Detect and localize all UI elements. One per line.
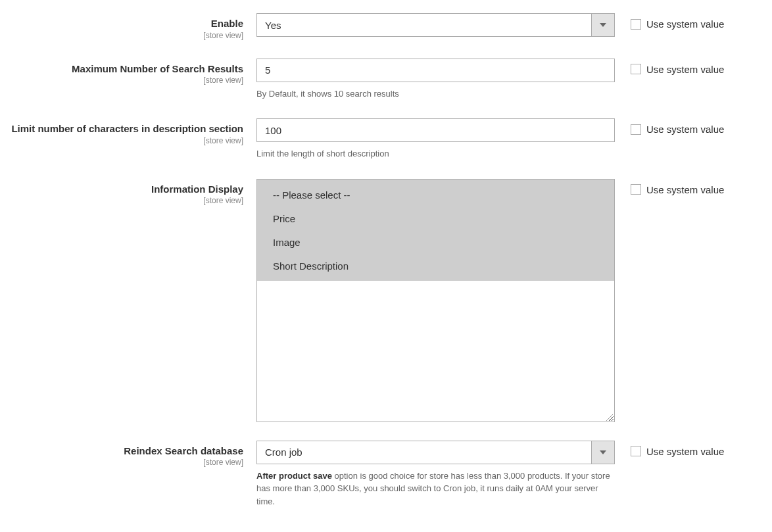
multiselect-option[interactable]: Short Description [257, 254, 614, 278]
reindex-label: Reindex Search database [124, 445, 243, 456]
settings-form: Enable [store view] Yes Use system value… [7, 13, 763, 508]
reindex-select-wrap: Cron job [256, 441, 615, 464]
row-reindex: Reindex Search database [store view] Cro… [7, 441, 763, 508]
use-system-label: Use system value [646, 18, 724, 30]
control-col: Yes [256, 13, 615, 37]
scope-label: [store view] [7, 196, 243, 205]
resize-handle-icon [605, 412, 613, 420]
label-col: Limit number of characters in descriptio… [7, 118, 256, 145]
multiselect-selected-group: -- Please select -- Price Image Short De… [257, 180, 614, 281]
sys-col: Use system value [615, 118, 724, 135]
enable-select[interactable]: Yes [256, 13, 615, 37]
reindex-use-system-checkbox[interactable] [631, 446, 641, 456]
multiselect-option[interactable]: Image [257, 231, 614, 254]
control-col: Cron job After product save option is go… [256, 441, 615, 508]
max-results-input[interactable] [256, 59, 615, 82]
max-results-note: By Default, it shows 10 search results [256, 87, 615, 101]
row-info-display: Information Display [store view] -- Plea… [7, 179, 763, 422]
row-max-results: Maximum Number of Search Results [store … [7, 59, 763, 101]
label-col: Information Display [store view] [7, 179, 256, 206]
scope-label: [store view] [7, 136, 243, 145]
use-system-label: Use system value [646, 184, 724, 195]
svg-line-2 [612, 420, 613, 421]
info-display-multiselect[interactable]: -- Please select -- Price Image Short De… [256, 179, 615, 422]
sys-col: Use system value [615, 13, 724, 30]
info-display-label: Information Display [151, 183, 243, 195]
max-results-use-system-checkbox[interactable] [631, 64, 641, 74]
scope-label: [store view] [7, 31, 243, 40]
limit-chars-label: Limit number of characters in descriptio… [11, 123, 243, 134]
enable-use-system-checkbox[interactable] [631, 19, 641, 30]
limit-chars-note: Limit the length of short description [256, 147, 615, 160]
enable-select-wrap: Yes [256, 13, 615, 37]
svg-line-0 [606, 414, 613, 421]
scope-label: [store view] [7, 76, 243, 85]
max-results-label: Maximum Number of Search Results [72, 63, 243, 74]
reindex-select[interactable]: Cron job [256, 441, 615, 464]
multiselect-option[interactable]: -- Please select -- [257, 183, 614, 207]
row-enable: Enable [store view] Yes Use system value [7, 13, 763, 40]
enable-label: Enable [211, 18, 243, 29]
svg-line-1 [609, 417, 613, 421]
scope-label: [store view] [7, 458, 243, 467]
label-col: Reindex Search database [store view] [7, 441, 256, 468]
use-system-label: Use system value [646, 124, 724, 135]
limit-chars-use-system-checkbox[interactable] [631, 124, 641, 135]
info-display-use-system-checkbox[interactable] [631, 184, 641, 195]
use-system-label: Use system value [646, 446, 724, 457]
limit-chars-input[interactable] [256, 118, 615, 142]
reindex-note: After product save option is good choice… [256, 470, 615, 508]
sys-col: Use system value [615, 179, 724, 195]
sys-col: Use system value [615, 441, 724, 457]
label-col: Enable [store view] [7, 13, 256, 40]
multiselect-option[interactable]: Price [257, 207, 614, 231]
row-limit-chars: Limit number of characters in descriptio… [7, 118, 763, 160]
control-col: Limit the length of short description [256, 118, 615, 160]
label-col: Maximum Number of Search Results [store … [7, 59, 256, 85]
reindex-note-strong: After product save [256, 471, 332, 481]
control-col: -- Please select -- Price Image Short De… [256, 179, 615, 422]
control-col: By Default, it shows 10 search results [256, 59, 615, 101]
sys-col: Use system value [615, 59, 724, 75]
use-system-label: Use system value [646, 64, 724, 75]
